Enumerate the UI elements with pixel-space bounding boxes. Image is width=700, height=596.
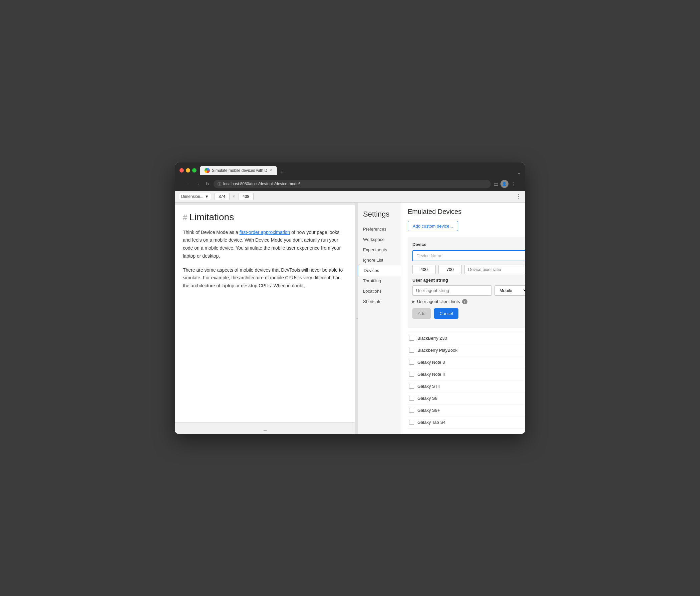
- width-input[interactable]: [215, 193, 229, 200]
- side-resize-handle[interactable]: ⋮: [355, 203, 358, 434]
- sidebar-item-experiments[interactable]: Experiments: [358, 245, 401, 255]
- tab-favicon: [204, 168, 210, 173]
- forward-btn[interactable]: →: [194, 180, 202, 187]
- device-checkbox-blackberry-z30[interactable]: [409, 336, 414, 341]
- device-checkbox-galaxy-note-ii[interactable]: [409, 372, 414, 377]
- browser-menu-btn[interactable]: ⋮: [510, 181, 516, 187]
- device-item-galaxy-note-3: Galaxy Note 3: [408, 356, 525, 368]
- url-bar[interactable]: ⓘ localhost:8080/docs/devtools/device-mo…: [214, 180, 491, 188]
- article-para-2: There are some aspects of mobile devices…: [183, 266, 347, 290]
- device-label-galaxy-s8: Galaxy S8: [417, 396, 438, 401]
- dimension-select[interactable]: Dimension... ▼: [179, 193, 211, 200]
- device-item-galaxy-s-iii: Galaxy S III: [408, 380, 525, 393]
- device-checkbox-galaxy-s-iii[interactable]: [409, 384, 414, 389]
- maximize-traffic-light[interactable]: [192, 168, 197, 173]
- cancel-device-btn[interactable]: Cancel: [434, 308, 458, 319]
- hints-arrow-icon: ▶: [412, 300, 415, 303]
- user-agent-hints-toggle[interactable]: ▶ User agent client hints i: [412, 299, 525, 304]
- back-btn[interactable]: ←: [184, 180, 192, 187]
- emulated-devices-title: Emulated Devices: [408, 208, 525, 216]
- device-label-blackberry-z30: BlackBerry Z30: [417, 336, 447, 341]
- sidebar-item-locations[interactable]: Locations: [358, 286, 401, 296]
- device-label-galaxy-tab-s4: Galaxy Tab S4: [417, 420, 445, 425]
- tab-chevron[interactable]: ⌄: [517, 171, 521, 175]
- device-label-galaxy-note-ii: Galaxy Note II: [417, 372, 445, 377]
- tab-title: Simulate mobile devices with D: [212, 168, 267, 173]
- settings-panel: Settings Preferences Workspace Experimen…: [358, 203, 525, 434]
- hints-info-icon: i: [462, 299, 468, 304]
- device-height-input[interactable]: [439, 265, 462, 274]
- main-content: # Limitations Think of Device Mode as a …: [175, 203, 525, 434]
- info-icon: ⓘ: [218, 181, 221, 187]
- dimension-label: Dimension...: [181, 194, 203, 199]
- active-tab[interactable]: Simulate mobile devices with D ✕: [200, 166, 277, 175]
- device-checkbox-galaxy-s9-plus[interactable]: [409, 408, 414, 413]
- tab-close-btn[interactable]: ✕: [269, 168, 272, 173]
- sidebar-item-throttling[interactable]: Throttling: [358, 276, 401, 286]
- article-heading: # Limitations: [183, 212, 347, 223]
- resize-handle[interactable]: ⎯: [264, 425, 266, 431]
- user-agent-type-select[interactable]: Mobile Desktop Tablet: [495, 285, 525, 296]
- device-form-section: Device User agent string Mobile Desktop: [408, 237, 525, 328]
- scrollbar-area[interactable]: [175, 203, 355, 205]
- traffic-lights: [179, 168, 197, 173]
- device-item-galaxy-s8: Galaxy S8: [408, 393, 525, 404]
- heading-text: Limitations: [189, 212, 234, 223]
- device-label-galaxy-s-iii: Galaxy S III: [417, 384, 440, 389]
- device-pixel-ratio-input[interactable]: [465, 265, 525, 274]
- url-text: localhost:8080/docs/devtools/device-mode…: [223, 181, 300, 186]
- reload-btn[interactable]: ↻: [204, 180, 211, 187]
- device-dims-row: [412, 265, 525, 274]
- user-agent-row: Mobile Desktop Tablet: [412, 285, 525, 296]
- device-checkbox-blackberry-playbook[interactable]: [409, 348, 414, 353]
- device-width-input[interactable]: [412, 265, 436, 274]
- article-para-1: Think of Device Mode as a first-order ap…: [183, 229, 347, 260]
- sidebar-item-shortcuts[interactable]: Shortcuts: [358, 296, 401, 307]
- device-label-galaxy-s9-plus: Galaxy S9+: [417, 408, 440, 413]
- add-device-btn[interactable]: Add: [412, 308, 431, 319]
- dim-separator: ×: [233, 194, 235, 199]
- hints-label: User agent client hints: [417, 299, 460, 304]
- heading-hash: #: [183, 213, 187, 222]
- user-agent-string-input[interactable]: [412, 285, 492, 296]
- sidebar-item-workspace[interactable]: Workspace: [358, 234, 401, 245]
- sidebar-item-preferences[interactable]: Preferences: [358, 224, 401, 234]
- device-item-galaxy-s9-plus: Galaxy S9+: [408, 404, 525, 417]
- device-item-blackberry-playbook: Blackberry PlayBook: [408, 344, 525, 356]
- settings-sidebar: Settings Preferences Workspace Experimen…: [358, 203, 401, 434]
- device-list: BlackBerry Z30 Blackberry PlayBook Galax…: [408, 332, 525, 428]
- height-input[interactable]: [239, 193, 254, 200]
- user-avatar[interactable]: 👤: [500, 180, 508, 188]
- article-content: # Limitations Think of Device Mode as a …: [175, 205, 355, 422]
- new-tab-btn[interactable]: +: [277, 169, 287, 175]
- user-icon: 👤: [502, 182, 507, 186]
- device-item-galaxy-note-ii: Galaxy Note II: [408, 368, 525, 380]
- split-view-btn[interactable]: ▭: [494, 181, 498, 187]
- sidebar-item-devices[interactable]: Devices: [358, 265, 401, 276]
- page-footer: ⎯: [175, 422, 355, 434]
- device-item-blackberry-z30: BlackBerry Z30: [408, 332, 525, 344]
- add-custom-device-btn[interactable]: Add custom device...: [408, 221, 458, 231]
- device-label-blackberry-playbook: Blackberry PlayBook: [417, 348, 457, 353]
- toolbar-more-btn[interactable]: ⋮: [516, 193, 521, 200]
- browser-actions: ▭ 👤 ⋮: [494, 180, 516, 188]
- device-name-input[interactable]: [412, 250, 525, 261]
- close-traffic-light[interactable]: [179, 168, 184, 173]
- tabs-row: Simulate mobile devices with D ✕ + ⌄: [200, 166, 521, 175]
- title-bar: Simulate mobile devices with D ✕ + ⌄ ← →…: [175, 163, 525, 191]
- device-checkbox-galaxy-note-3[interactable]: [409, 360, 414, 365]
- settings-main-content: × Emulated Devices Add custom device... …: [401, 203, 525, 434]
- page-content: # Limitations Think of Device Mode as a …: [175, 203, 355, 434]
- minimize-traffic-light[interactable]: [186, 168, 190, 173]
- device-item-galaxy-tab-s4: Galaxy Tab S4: [408, 417, 525, 428]
- device-section-title: Device: [412, 242, 525, 247]
- dimension-chevron: ▼: [205, 194, 209, 199]
- device-label-galaxy-note-3: Galaxy Note 3: [417, 360, 445, 365]
- device-checkbox-galaxy-tab-s4[interactable]: [409, 420, 414, 425]
- article-link[interactable]: first-order approximation: [240, 230, 290, 235]
- form-actions: Add Cancel: [412, 308, 525, 319]
- user-agent-title: User agent string: [412, 278, 525, 283]
- address-bar: ← → ↻ ⓘ localhost:8080/docs/devtools/dev…: [179, 178, 521, 191]
- device-checkbox-galaxy-s8[interactable]: [409, 396, 414, 401]
- sidebar-item-ignore-list[interactable]: Ignore List: [358, 255, 401, 265]
